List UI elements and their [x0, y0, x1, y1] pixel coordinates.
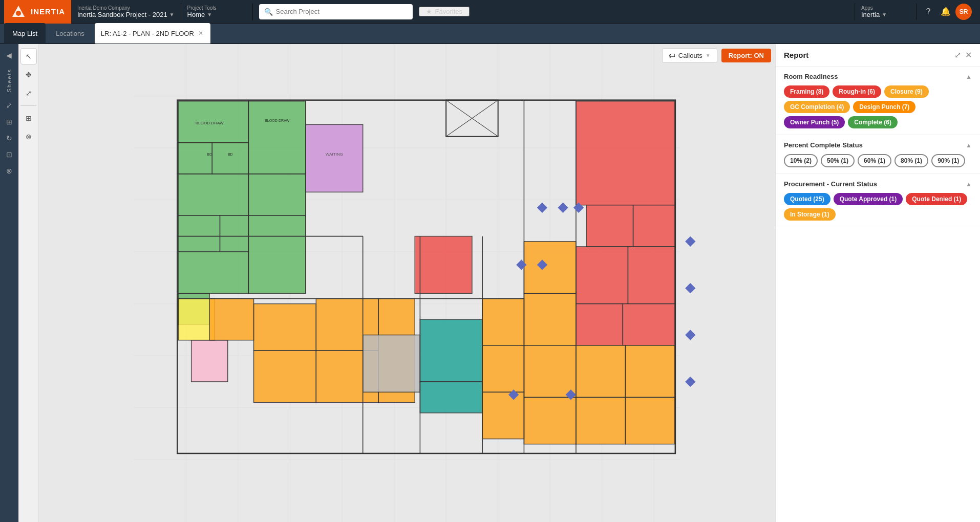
panel-expand-button[interactable]: ⤢	[954, 50, 961, 60]
badge-rough-in[interactable]: Rough-in (6)	[833, 85, 881, 98]
grid-tool[interactable]: ⊞	[20, 110, 37, 126]
search-bar[interactable]: 🔍	[259, 4, 413, 19]
badge-gc-completion[interactable]: GC Completion (4)	[784, 101, 850, 113]
svg-rect-56	[420, 382, 482, 413]
svg-rect-45	[524, 397, 576, 444]
badge-60pct[interactable]: 60% (1)	[858, 154, 891, 167]
badge-90pct[interactable]: 90% (1)	[931, 154, 965, 167]
help-button[interactable]: ?	[921, 4, 936, 19]
svg-rect-57	[482, 298, 524, 345]
svg-rect-49	[254, 304, 316, 351]
percent-complete-header[interactable]: Percent Complete Status ▲	[784, 141, 972, 149]
badge-50pct[interactable]: 50% (1)	[821, 154, 855, 167]
svg-rect-42	[524, 345, 576, 398]
svg-rect-31	[248, 174, 306, 215]
svg-rect-26	[220, 215, 249, 252]
project-tools-chevron-icon: ▼	[207, 12, 212, 17]
logo-area[interactable]: INERTIA	[4, 0, 71, 24]
svg-rect-60	[191, 340, 228, 382]
svg-rect-35	[633, 205, 675, 247]
search-input[interactable]	[276, 8, 408, 15]
floor-plan-svg[interactable]: BLOOD DRAW BD BD BLOOD DRAW WAITING	[39, 44, 775, 522]
room-readiness-header[interactable]: Room Readiness ▲	[784, 73, 972, 80]
project-selector[interactable]: Inertia Sandbox Project - 2021 ▼	[77, 11, 175, 18]
tab-locations[interactable]: Locations	[48, 23, 93, 44]
apps-name: Inertia	[861, 11, 880, 18]
sheet-tool-rotate[interactable]: ↻	[2, 131, 16, 145]
panel-header-icons: ⤢ ✕	[954, 50, 972, 60]
tab-close-icon[interactable]: ✕	[197, 30, 204, 37]
sheet-tool-arrow[interactable]: ⤢	[2, 98, 16, 113]
badge-framing[interactable]: Framing (8)	[784, 85, 829, 98]
project-tools-nav[interactable]: Project Tools Home ▼	[181, 3, 253, 20]
badge-complete[interactable]: Complete (6)	[848, 116, 898, 128]
top-nav: INERTIA Inertia Demo Company Inertia San…	[0, 0, 980, 24]
percent-complete-title: Percent Complete Status	[784, 141, 863, 149]
procurement-header[interactable]: Procurement - Current Status ▲	[784, 180, 972, 188]
badge-quote-approved[interactable]: Quote Approved (1)	[834, 193, 903, 205]
callouts-icon: 🏷	[669, 52, 675, 59]
sheet-tool-target[interactable]: ⊗	[2, 164, 16, 178]
right-panel: Report ⤢ ✕ Room Readiness ▲ Framing (8) …	[775, 44, 980, 522]
user-avatar[interactable]: SR	[955, 4, 972, 20]
badge-10pct[interactable]: 10% (2)	[784, 154, 818, 167]
favorites-button[interactable]: ★ Favorites	[419, 7, 470, 16]
apps-nav[interactable]: Apps Inertia ▼	[855, 3, 916, 20]
callouts-chevron-icon: ▼	[706, 53, 711, 58]
canvas-toolbar: 🏷 Callouts ▼ Report: ON	[662, 48, 771, 63]
svg-rect-36	[576, 247, 628, 304]
percent-complete-badges: 10% (2) 50% (1) 60% (1) 80% (1) 90% (1)	[784, 154, 972, 167]
badge-design-punch[interactable]: Design Punch (7)	[853, 101, 915, 113]
svg-rect-29	[306, 124, 363, 192]
callouts-button[interactable]: 🏷 Callouts ▼	[662, 48, 717, 63]
badge-owner-punch[interactable]: Owner Punch (5)	[784, 116, 845, 128]
apps-label: Apps	[861, 5, 910, 11]
badge-quote-denied[interactable]: Quote Denied (1)	[906, 193, 967, 205]
project-tools-home-label: Home	[187, 11, 205, 18]
favorites-label: Favorites	[435, 8, 462, 15]
badge-quoted[interactable]: Quoted (25)	[784, 193, 830, 205]
svg-text:BD: BD	[228, 153, 233, 157]
svg-rect-58	[482, 345, 524, 392]
tab-plan[interactable]: LR: A1-2 - PLAN - 2ND FLOOR ✕	[95, 23, 210, 44]
logo-text: INERTIA	[31, 7, 65, 16]
badge-in-storage[interactable]: In Storage (1)	[784, 208, 836, 221]
room-readiness-title: Room Readiness	[784, 73, 838, 80]
sheets-panel-toggle[interactable]: ◀	[2, 48, 16, 62]
sheet-tool-compare[interactable]: ⊞	[2, 115, 16, 129]
report-toggle-button[interactable]: Report: ON	[721, 49, 771, 62]
svg-rect-32	[248, 215, 306, 293]
svg-rect-40	[524, 242, 576, 294]
svg-marker-89	[685, 330, 695, 340]
notifications-button[interactable]: 🔔	[938, 4, 953, 19]
procurement-badges: Quoted (25) Quote Approved (1) Quote Den…	[784, 193, 972, 221]
callouts-label: Callouts	[678, 52, 702, 59]
svg-rect-22	[178, 143, 212, 174]
badge-closure[interactable]: Closure (9)	[884, 85, 929, 98]
panel-header: Report ⤢ ✕	[776, 44, 980, 67]
svg-rect-37	[628, 247, 674, 304]
panel-close-button[interactable]: ✕	[965, 50, 972, 60]
inertia-logo-icon	[10, 4, 27, 20]
project-tools-home[interactable]: Home ▼	[187, 11, 246, 18]
apps-selector[interactable]: Inertia ▼	[861, 11, 910, 18]
svg-text:BD: BD	[207, 153, 212, 157]
zoom-tool[interactable]: ⤢	[20, 85, 37, 101]
company-chevron-icon: ▼	[169, 12, 175, 17]
svg-rect-34	[586, 205, 633, 247]
select-tool[interactable]: ↖	[20, 48, 37, 64]
svg-rect-30	[248, 101, 306, 174]
procurement-section: Procurement - Current Status ▲ Quoted (2…	[776, 174, 980, 227]
tab-map-list[interactable]: Map List	[4, 23, 46, 44]
svg-rect-44	[625, 345, 674, 398]
canvas-area[interactable]: 🏷 Callouts ▼ Report: ON	[39, 44, 775, 522]
svg-rect-55	[420, 319, 482, 382]
layers-tool[interactable]: ⊗	[20, 128, 37, 145]
badge-80pct[interactable]: 80% (1)	[894, 154, 928, 167]
svg-marker-90	[685, 377, 695, 387]
pan-tool[interactable]: ✥	[20, 67, 37, 83]
star-icon: ★	[426, 8, 432, 15]
sheet-tool-grid[interactable]: ⊡	[2, 147, 16, 162]
nav-company-selector[interactable]: Inertia Demo Company Inertia Sandbox Pro…	[71, 3, 181, 20]
sheets-label[interactable]: Sheets	[6, 64, 12, 96]
